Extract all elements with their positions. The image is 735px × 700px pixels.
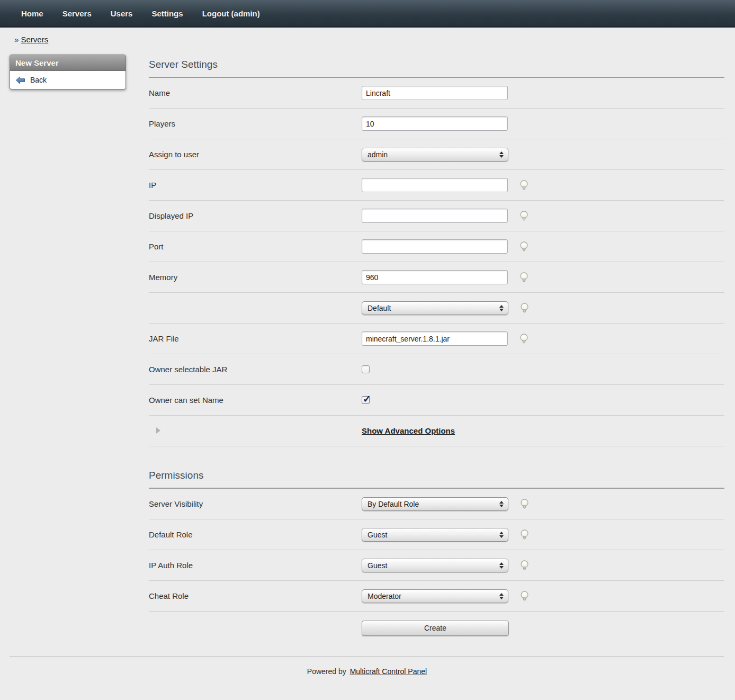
jar-file-input[interactable] [362, 331, 508, 346]
name-label: Name [149, 88, 362, 97]
back-arrow-icon [15, 76, 25, 84]
form-row-assign-to-user: Assign to user admin [149, 139, 724, 170]
form-row-create: Create [149, 612, 724, 644]
displayed-ip-label: Displayed IP [149, 211, 362, 220]
memory-help-lightbulb-icon[interactable] [518, 272, 530, 283]
nav-users[interactable]: Users [111, 9, 133, 18]
multicraft-control-panel-link[interactable]: Multicraft Control Panel [350, 667, 427, 676]
server-visibility-label: Server Visibility [149, 499, 362, 508]
main-content: Server Settings Name Players Assign to u… [149, 50, 724, 644]
create-button[interactable]: Create [362, 621, 509, 636]
breadcrumb-symbol: » [14, 35, 19, 44]
cheat-role-label: Cheat Role [149, 591, 362, 600]
default-role-select[interactable]: Guest [362, 528, 508, 542]
select-arrows-icon [499, 501, 504, 507]
server-settings-heading: Server Settings [149, 50, 724, 78]
form-row-port: Port [149, 231, 724, 262]
nav-servers[interactable]: Servers [62, 9, 92, 18]
displayed-ip-help-lightbulb-icon[interactable] [518, 210, 530, 221]
footer: Powered by Multicraft Control Panel [10, 656, 724, 692]
name-input[interactable] [362, 86, 508, 100]
form-row-owner-selectable-jar: Owner selectable JAR [149, 354, 724, 385]
select-arrows-icon [499, 305, 504, 311]
default-role-value: Guest [368, 531, 387, 539]
memory-input[interactable] [362, 270, 508, 284]
ip-label: IP [149, 181, 362, 190]
ip-auth-role-value: Guest [368, 561, 387, 570]
memory-label: Memory [149, 273, 362, 282]
nav-logout[interactable]: Logout (admin) [202, 9, 260, 18]
sidebar: New Server Back [10, 55, 126, 89]
top-navigation: Home Servers Users Settings Logout (admi… [0, 0, 735, 28]
nav-settings[interactable]: Settings [151, 9, 183, 18]
cheat-role-value: Moderator [368, 592, 401, 600]
breadcrumb-servers-link[interactable]: Servers [21, 35, 49, 44]
form-row-default-role: Default Role Guest [149, 519, 724, 550]
ip-help-lightbulb-icon[interactable] [518, 180, 530, 191]
assign-to-user-select[interactable]: admin [362, 148, 508, 161]
jar-preset-value: Default [368, 304, 391, 312]
disclosure-triangle-icon[interactable] [156, 427, 160, 434]
powered-by-text: Powered by [307, 667, 346, 676]
ip-input[interactable] [362, 178, 508, 192]
form-row-cheat-role: Cheat Role Moderator [149, 581, 724, 612]
default-role-help-lightbulb-icon[interactable] [519, 529, 530, 540]
players-input[interactable] [362, 116, 508, 131]
players-label: Players [149, 119, 362, 128]
permissions-heading: Permissions [149, 461, 724, 489]
form-row-ip-auth-role: IP Auth Role Guest [149, 550, 724, 581]
back-button[interactable]: Back [10, 71, 126, 89]
form-row-players: Players [149, 109, 724, 139]
select-arrows-icon [499, 562, 504, 569]
nav-home[interactable]: Home [21, 9, 43, 18]
form-row-owner-can-set-name: Owner can set Name [149, 385, 724, 416]
assign-to-user-label: Assign to user [149, 150, 362, 159]
server-visibility-select[interactable]: By Default Role [362, 497, 508, 511]
select-arrows-icon [499, 151, 504, 158]
server-visibility-value: By Default Role [368, 500, 419, 508]
server-visibility-help-lightbulb-icon[interactable] [519, 498, 530, 509]
ip-auth-role-select[interactable]: Guest [362, 559, 508, 572]
breadcrumb: » Servers [0, 28, 735, 47]
form-row-jar-file: JAR File [149, 324, 724, 354]
displayed-ip-input[interactable] [362, 209, 508, 223]
jar-file-help-lightbulb-icon[interactable] [518, 333, 530, 344]
cheat-role-select[interactable]: Moderator [362, 589, 508, 603]
default-role-label: Default Role [149, 530, 362, 539]
owner-can-set-name-label: Owner can set Name [149, 396, 362, 405]
form-row-name: Name [149, 78, 724, 109]
jar-preset-select[interactable]: Default [362, 301, 508, 315]
jar-preset-help-lightbulb-icon[interactable] [519, 302, 530, 313]
form-row-memory: Memory [149, 262, 724, 293]
ip-auth-role-help-lightbulb-icon[interactable] [519, 560, 530, 571]
form-row-advanced-options: Show Advanced Options [149, 416, 724, 446]
port-input[interactable] [362, 239, 508, 254]
form-row-jar-preset: Default [149, 293, 724, 324]
port-help-lightbulb-icon[interactable] [518, 241, 530, 252]
show-advanced-options-link[interactable]: Show Advanced Options [362, 426, 455, 435]
owner-selectable-jar-checkbox[interactable] [362, 365, 370, 373]
cheat-role-help-lightbulb-icon[interactable] [519, 590, 530, 602]
jar-file-label: JAR File [149, 334, 362, 343]
ip-auth-role-label: IP Auth Role [149, 561, 362, 570]
owner-can-set-name-checkbox[interactable] [362, 396, 370, 404]
owner-selectable-jar-label: Owner selectable JAR [149, 365, 362, 374]
form-row-server-visibility: Server Visibility By Default Role [149, 489, 724, 519]
select-arrows-icon [499, 532, 504, 538]
assign-to-user-value: admin [368, 150, 388, 159]
select-arrows-icon [499, 593, 504, 599]
sidebar-title: New Server [10, 55, 126, 71]
back-label: Back [30, 76, 47, 84]
port-label: Port [149, 242, 362, 251]
form-row-ip: IP [149, 170, 724, 201]
form-row-displayed-ip: Displayed IP [149, 201, 724, 231]
